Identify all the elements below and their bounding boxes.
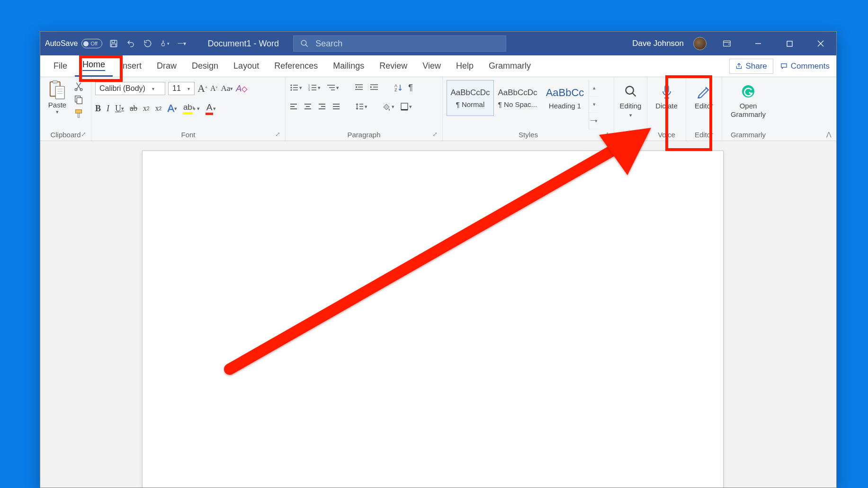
- open-grammarly-button[interactable]: Open Grammarly: [726, 80, 770, 119]
- cut-icon[interactable]: [73, 81, 84, 91]
- share-label: Share: [745, 62, 767, 71]
- svg-line-4: [305, 44, 308, 47]
- editing-button[interactable]: Editing ▾: [618, 80, 643, 118]
- styles-scroll-up[interactable]: ▴: [589, 80, 599, 97]
- ribbon-tabs: File Home Insert Draw Design Layout Refe…: [40, 55, 836, 77]
- ribbon-display-icon[interactable]: [716, 34, 738, 53]
- text-effects-button[interactable]: A ▾: [167, 102, 177, 115]
- clipboard-launcher-icon[interactable]: ⤢: [81, 131, 86, 138]
- sort-button[interactable]: AZ: [394, 83, 403, 92]
- autosave-switch[interactable]: Off: [81, 39, 102, 48]
- clear-formatting-button[interactable]: A◇: [236, 84, 247, 94]
- qat-customize-icon[interactable]: ▾: [177, 39, 187, 48]
- italic-button[interactable]: I: [107, 104, 109, 114]
- redo-icon[interactable]: [143, 39, 152, 48]
- numbering-button[interactable]: 123▾: [308, 83, 321, 92]
- align-left-button[interactable]: [289, 103, 298, 110]
- styles-launcher-icon[interactable]: ⤢: [604, 131, 609, 138]
- style-preview: AaBbCc: [546, 87, 584, 99]
- avatar[interactable]: [693, 37, 707, 50]
- font-name-combo[interactable]: Calibri (Body)▾: [95, 82, 165, 95]
- titlebar: AutoSave Off ▾ ▾ Document1 - Word Search…: [40, 32, 836, 55]
- collapse-ribbon-icon[interactable]: ⋀: [826, 131, 832, 138]
- grow-font-button[interactable]: A˄: [197, 82, 207, 95]
- decrease-indent-button[interactable]: [354, 83, 364, 92]
- tab-layout[interactable]: Layout: [226, 55, 267, 77]
- comments-button[interactable]: Comments: [780, 62, 830, 71]
- svg-rect-20: [77, 98, 82, 104]
- multilevel-list-button[interactable]: ▾: [326, 83, 339, 92]
- share-button[interactable]: Share: [729, 59, 773, 74]
- paste-button[interactable]: Paste ▾: [44, 80, 71, 115]
- tab-review[interactable]: Review: [372, 55, 415, 77]
- svg-rect-13: [55, 86, 64, 99]
- svg-point-23: [290, 84, 292, 86]
- justify-button[interactable]: [332, 103, 340, 110]
- dictate-button[interactable]: Dictate ▾: [651, 80, 682, 118]
- close-button[interactable]: [810, 34, 832, 53]
- tab-view[interactable]: View: [415, 55, 448, 77]
- search-box[interactable]: Search: [293, 35, 506, 52]
- styles-expand[interactable]: ▾: [589, 113, 599, 129]
- tab-references[interactable]: References: [267, 55, 325, 77]
- change-case-button[interactable]: Aa ▾: [221, 84, 233, 93]
- superscript-button[interactable]: x2: [155, 104, 162, 113]
- group-editor: Editor Editor: [686, 77, 722, 141]
- svg-rect-21: [76, 110, 82, 113]
- save-icon[interactable]: [109, 39, 118, 48]
- highlight-button[interactable]: ab ▾: [183, 103, 200, 115]
- style-normal[interactable]: AaBbCcDc ¶ Normal: [447, 80, 494, 116]
- strikethrough-button[interactable]: ab: [130, 104, 137, 113]
- format-painter-icon[interactable]: [73, 108, 84, 119]
- find-icon: [624, 83, 637, 100]
- autosave-toggle[interactable]: AutoSave Off: [45, 39, 102, 48]
- styles-scroll-down[interactable]: ▾: [589, 97, 599, 113]
- underline-button[interactable]: U ▾: [115, 104, 124, 114]
- bold-button[interactable]: B: [95, 104, 101, 114]
- document-area[interactable]: [40, 141, 836, 488]
- shading-button[interactable]: ▾: [382, 102, 394, 111]
- group-font: Calibri (Body)▾ 11▾ A˄ A˅ Aa ▾ A◇ B I U …: [91, 77, 286, 141]
- bullets-button[interactable]: ▾: [289, 83, 302, 92]
- editor-icon: [697, 83, 711, 100]
- toggle-knob: [83, 41, 89, 46]
- document-page[interactable]: [142, 151, 724, 488]
- paragraph-launcher-icon[interactable]: ⤢: [432, 131, 438, 138]
- font-color-button[interactable]: A ▾: [206, 102, 216, 115]
- increase-indent-button[interactable]: [369, 83, 379, 92]
- tab-draw[interactable]: Draw: [149, 55, 184, 77]
- tab-grammarly[interactable]: Grammarly: [481, 55, 538, 77]
- user-name[interactable]: Dave Johnson: [632, 39, 684, 48]
- svg-text:Z: Z: [394, 88, 397, 92]
- tab-design[interactable]: Design: [184, 55, 226, 77]
- subscript-button[interactable]: x2: [143, 104, 150, 113]
- shrink-font-button[interactable]: A˅: [210, 84, 218, 93]
- tab-home[interactable]: Home: [75, 55, 113, 77]
- word-window: AutoSave Off ▾ ▾ Document1 - Word Search…: [40, 31, 837, 488]
- show-marks-button[interactable]: ¶: [408, 82, 413, 93]
- svg-point-18: [80, 89, 82, 91]
- font-size-combo[interactable]: 11▾: [168, 82, 195, 95]
- tab-help[interactable]: Help: [448, 55, 481, 77]
- line-spacing-button[interactable]: ▾: [355, 102, 367, 111]
- group-label-styles: Styles⤢: [447, 129, 610, 139]
- editor-button[interactable]: Editor: [690, 80, 718, 110]
- font-launcher-icon[interactable]: ⤢: [275, 131, 280, 138]
- touch-mode-icon[interactable]: ▾: [160, 39, 170, 48]
- tab-insert[interactable]: Insert: [113, 55, 149, 77]
- style-name: Heading 1: [549, 102, 581, 110]
- align-right-button[interactable]: [318, 103, 326, 110]
- tab-mailings[interactable]: Mailings: [325, 55, 372, 77]
- align-center-button[interactable]: [304, 103, 312, 110]
- style-heading1[interactable]: AaBbCc Heading 1: [541, 80, 589, 116]
- minimize-button[interactable]: [747, 34, 769, 53]
- chevron-down-icon: ▾: [629, 112, 632, 118]
- clipboard-icon: [48, 80, 66, 100]
- copy-icon[interactable]: [73, 95, 84, 105]
- style-no-spacing[interactable]: AaBbCcDc ¶ No Spac...: [494, 80, 541, 116]
- undo-icon[interactable]: [126, 39, 135, 48]
- microphone-icon: [661, 83, 672, 100]
- tab-file[interactable]: File: [46, 55, 75, 77]
- borders-button[interactable]: ▾: [400, 102, 412, 111]
- maximize-button[interactable]: [779, 34, 800, 53]
